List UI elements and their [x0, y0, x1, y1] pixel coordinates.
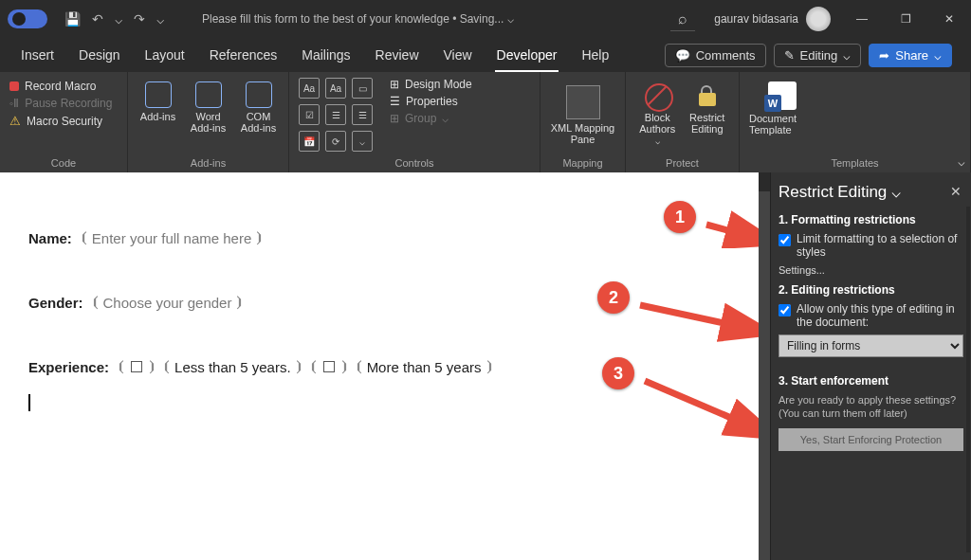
name-label: Name: [28, 230, 72, 246]
save-icon[interactable]: 💾 [64, 11, 81, 27]
plain-text-control-icon[interactable]: Aa [325, 78, 346, 99]
record-macro-button[interactable]: Record Macro [9, 78, 118, 95]
group-protect: Block Authors⌵ Restrict Editing Protect [626, 72, 740, 172]
allow-only-checkbox[interactable]: Allow only this type of editing in the d… [779, 302, 963, 329]
xml-mapping-button[interactable]: XML Mapping Pane [550, 122, 615, 145]
tab-mailings[interactable]: Mailings [300, 44, 352, 66]
tab-references[interactable]: References [208, 44, 280, 66]
macro-security-button[interactable]: ⚠Macro Security [9, 112, 118, 130]
start-enforcing-button[interactable]: Yes, Start Enforcing Protection [779, 428, 963, 451]
controls-gallery[interactable]: Aa Aa ▭ ☑ ☰ ☰ 📅 ⟳ ⌵ [299, 78, 373, 152]
allow-only-input[interactable] [779, 304, 791, 316]
group-icon: ⊞ [390, 112, 399, 125]
title-bar: 💾 ↶ ⌵ ↷ ⌵ Please fill this form to the b… [0, 0, 971, 38]
chevron-down-icon[interactable]: ⌵ [891, 182, 901, 202]
undo-icon[interactable]: ↶ [92, 11, 103, 27]
pane-close-button[interactable]: ✕ [950, 184, 962, 199]
rich-text-control-icon[interactable]: Aa [299, 78, 320, 99]
limit-formatting-checkbox[interactable]: Limit formatting to a selection of style… [779, 232, 963, 259]
tab-developer[interactable]: Developer [495, 44, 559, 66]
exp-less-text: Less than 5 years. [174, 359, 291, 375]
qat-dropdown-icon[interactable]: ⌵ [156, 11, 164, 27]
ribbon-tabs: Insert Design Layout References Mailings… [0, 38, 971, 72]
group-addins: Add-ins Word Add-ins COM Add-ins Add-ins [128, 72, 289, 172]
chevron-down-icon: ⌵ [843, 48, 851, 63]
tab-help[interactable]: Help [579, 44, 611, 66]
properties-button[interactable]: ☰Properties [390, 95, 472, 108]
undo-dropdown-icon[interactable]: ⌵ [115, 11, 122, 27]
repeat-control-icon[interactable]: ⟳ [325, 131, 346, 152]
exp-more-text: More than 5 years [367, 359, 482, 375]
comments-button[interactable]: 💬Comments [665, 44, 766, 67]
user-avatar-icon [806, 7, 831, 31]
autosave-toggle[interactable] [8, 9, 47, 28]
svg-line-2 [645, 381, 770, 438]
combo-control-icon[interactable]: ☰ [325, 104, 346, 125]
name-content-control[interactable]: Enter your full name here [92, 230, 251, 246]
search-box[interactable]: ⌕ [670, 7, 695, 31]
document-scrollbar[interactable] [759, 172, 770, 560]
group-button[interactable]: ⊞Group ⌵ [390, 112, 472, 125]
annotation-number: 1 [664, 201, 696, 233]
word-addins-button[interactable]: Word Add-ins [188, 81, 229, 134]
formatting-settings-link[interactable]: Settings... [779, 264, 963, 276]
group-label-protect: Protect [635, 155, 729, 171]
checkbox-control[interactable] [323, 361, 335, 372]
annotation-number: 2 [597, 281, 630, 314]
com-addins-button[interactable]: COM Add-ins [238, 81, 279, 134]
legacy-control-icon[interactable]: ⌵ [352, 131, 373, 152]
user-account[interactable]: gaurav bidasaria [714, 7, 831, 31]
design-mode-icon: ⊞ [390, 78, 399, 91]
restrict-editing-button[interactable]: Restrict Editing [686, 81, 730, 146]
ribbon: Record Macro ◦ⅡPause Recording ⚠Macro Se… [0, 72, 971, 172]
document-template-button[interactable]: Document Template [749, 78, 815, 135]
ribbon-collapse-icon[interactable]: ⌵ [958, 154, 965, 169]
editing-type-select[interactable]: Filling in forms [779, 334, 963, 357]
addins-button[interactable]: Add-ins [137, 81, 178, 134]
block-authors-button[interactable]: Block Authors⌵ [635, 81, 680, 146]
share-button[interactable]: ➦Share⌵ [869, 44, 952, 67]
xml-mapping-icon [566, 85, 600, 119]
tab-layout[interactable]: Layout [143, 44, 187, 66]
date-control-icon[interactable]: 📅 [299, 131, 320, 152]
group-templates: Document Template Templates [740, 72, 971, 172]
addins-icon [145, 81, 172, 108]
tab-view[interactable]: View [442, 44, 474, 66]
annotation-1: 1 [664, 201, 696, 233]
pencil-icon: ✎ [784, 48, 795, 63]
group-label-addins: Add-ins [137, 155, 279, 171]
enforcement-description: Are you ready to apply these settings? (… [779, 393, 963, 421]
bracket-icon: ⦗ [353, 358, 365, 375]
restore-button[interactable]: ❐ [884, 0, 927, 38]
editing-mode-button[interactable]: ✎Editing⌵ [774, 44, 862, 67]
picture-control-icon[interactable]: ▭ [352, 78, 373, 99]
tab-design[interactable]: Design [77, 44, 122, 66]
group-label-mapping: Mapping [562, 155, 602, 171]
checkbox-control[interactable] [131, 361, 142, 372]
properties-icon: ☰ [390, 95, 400, 108]
design-mode-button[interactable]: ⊞Design Mode [390, 78, 472, 91]
redo-icon[interactable]: ↷ [134, 11, 145, 27]
com-addins-icon [246, 81, 272, 108]
experience-label: Experience: [28, 359, 109, 375]
annotation-3: 3 [602, 357, 634, 389]
tab-insert[interactable]: Insert [19, 44, 56, 66]
word-addins-icon [195, 81, 222, 108]
limit-formatting-input[interactable] [779, 234, 791, 246]
minimize-button[interactable]: — [840, 0, 884, 38]
line-name: Name: ⦗ Enter your full name here ⦘ [28, 229, 742, 246]
group-mapping: XML Mapping Pane Mapping [540, 72, 626, 172]
gender-content-control[interactable]: Choose your gender [103, 295, 232, 311]
share-icon: ➦ [879, 48, 889, 63]
tab-review[interactable]: Review [374, 44, 421, 66]
group-label-code: Code [9, 155, 118, 171]
pane-scrollbar[interactable] [966, 207, 970, 552]
scrollbar-thumb[interactable] [759, 172, 770, 191]
dropdown-control-icon[interactable]: ☰ [352, 104, 373, 125]
title-dropdown-icon[interactable]: ⌵ [507, 12, 514, 26]
document-canvas[interactable]: Name: ⦗ Enter your full name here ⦘ Gend… [0, 172, 770, 560]
bracket-icon: ⦘ [146, 358, 158, 375]
checkbox-control-icon[interactable]: ☑ [299, 104, 320, 125]
workspace: Name: ⦗ Enter your full name here ⦘ Gend… [0, 172, 971, 560]
close-button[interactable]: ✕ [927, 0, 971, 38]
